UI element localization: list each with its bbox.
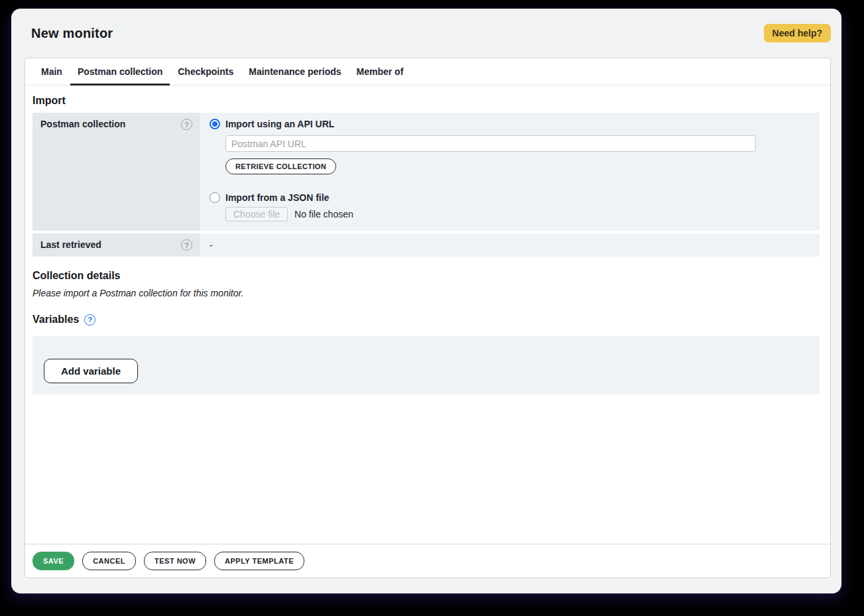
choose-file-button[interactable]: Choose file [225,207,288,221]
last-retrieved-value-cell: - [200,233,820,257]
page-title: New monitor [31,26,113,41]
collection-details-note: Please import a Postman collection for t… [32,288,820,298]
tab-content: Import Postman collection ? Import using… [25,86,830,544]
variables-heading-row: Variables ? [32,314,820,326]
variables-heading: Variables [32,314,79,326]
footer-button-bar: SAVE CANCEL TEST NOW APPLY TEMPLATE [25,544,830,578]
last-retrieved-label-cell: Last retrieved ? [32,233,200,257]
card-header: New monitor Need help? [11,9,841,58]
collection-details-heading: Collection details [32,270,820,282]
apply-template-button[interactable]: APPLY TEMPLATE [214,552,304,570]
tab-member-of[interactable]: Member of [349,58,411,85]
postman-collection-row: Postman collection ? Import using an API… [32,113,820,231]
collection-details-block: Collection details Please import a Postm… [32,270,820,298]
file-input-row: Choose file No file chosen [225,207,810,221]
last-retrieved-label: Last retrieved [40,239,101,250]
screenshot-stage: New monitor Need help? Main Postman coll… [0,0,864,616]
variables-panel: Add variable [32,336,820,395]
import-json-file-radio-row: Import from a JSON file [210,192,810,203]
cancel-button[interactable]: CANCEL [82,552,136,570]
import-api-url-radio[interactable] [210,119,220,129]
import-json-file-radio[interactable] [210,192,220,203]
tab-bar: Main Postman collection Checkpoints Main… [25,58,830,86]
import-form-table: Postman collection ? Import using an API… [32,113,820,257]
need-help-button[interactable]: Need help? [764,24,831,42]
postman-collection-label-cell: Postman collection ? [32,113,200,231]
test-now-button[interactable]: TEST NOW [144,552,206,570]
monitor-settings-panel: Main Postman collection Checkpoints Main… [25,58,831,578]
postman-collection-value-cell: Import using an API URL RETRIEVE COLLECT… [200,113,820,231]
postman-collection-label: Postman collection [40,119,125,129]
retrieve-collection-button[interactable]: RETRIEVE COLLECTION [225,158,336,174]
import-api-url-radio-label[interactable]: Import using an API URL [225,119,334,129]
tab-maintenance-periods[interactable]: Maintenance periods [241,58,348,85]
postman-api-url-input[interactable] [225,135,756,152]
last-retrieved-help-icon[interactable]: ? [181,239,192,251]
import-json-file-radio-label[interactable]: Import from a JSON file [225,192,329,203]
file-status-text: No file chosen [294,209,353,219]
tab-postman-collection[interactable]: Postman collection [70,58,170,85]
new-monitor-card: New monitor Need help? Main Postman coll… [11,9,841,593]
save-button[interactable]: SAVE [32,552,74,570]
import-api-url-radio-row: Import using an API URL [210,119,810,129]
import-section-heading: Import [32,95,820,107]
add-variable-button[interactable]: Add variable [44,359,138,383]
tab-checkpoints[interactable]: Checkpoints [170,58,241,85]
postman-collection-help-icon[interactable]: ? [181,119,192,130]
tab-main[interactable]: Main [34,58,70,85]
last-retrieved-value: - [210,240,213,251]
last-retrieved-row: Last retrieved ? - [32,233,820,257]
variables-help-icon[interactable]: ? [84,314,95,326]
